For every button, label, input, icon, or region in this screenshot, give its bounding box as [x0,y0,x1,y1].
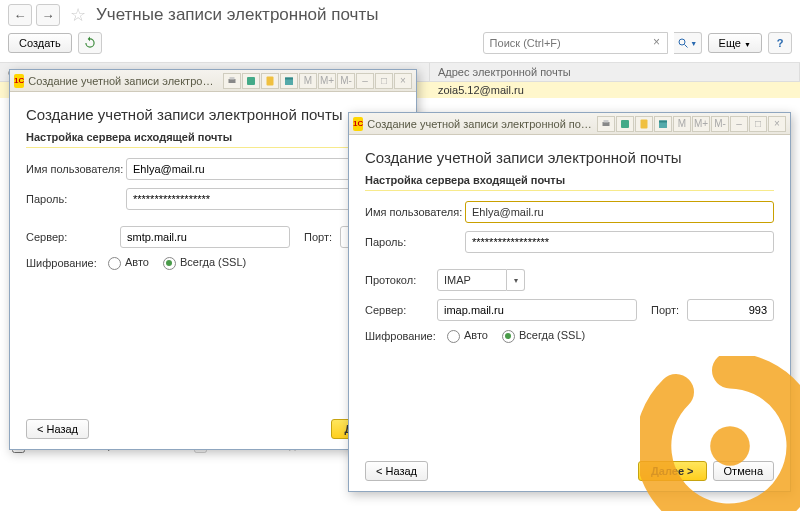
help-button[interactable]: ? [768,32,792,54]
minimize-icon[interactable]: – [730,116,748,132]
page-title: Учетные записи электронной почты [96,5,378,25]
dialog-titlebar[interactable]: 1C Создание учетной записи электронной п… [349,113,790,135]
server-field[interactable] [120,226,290,248]
dialog-titlebar[interactable]: 1C Создание учетной записи электронной п… [10,70,416,92]
username-label: Имя пользователя: [365,206,465,218]
favorite-star-icon[interactable]: ☆ [68,5,88,25]
nav-back-button[interactable]: ← [8,4,32,26]
more-button[interactable]: Еще ▼ [708,33,762,53]
mminus-button[interactable]: M- [711,116,729,132]
port-label: Порт: [651,304,679,316]
chevron-down-icon[interactable]: ▾ [507,269,525,291]
calc-icon[interactable] [635,116,653,132]
search-input[interactable] [483,32,668,54]
svg-rect-7 [285,77,293,79]
protocol-select[interactable]: IMAP ▾ [437,269,525,291]
calc-icon[interactable] [261,73,279,89]
maximize-icon[interactable]: □ [375,73,393,89]
server-label: Сервер: [365,304,437,316]
port-field[interactable] [687,299,774,321]
svg-rect-9 [604,120,609,123]
print-icon[interactable] [597,116,615,132]
username-label: Имя пользователя: [26,163,126,175]
svg-rect-5 [267,76,274,85]
refresh-button[interactable] [78,32,102,54]
dialog-heading: Создание учетной записи электронной почт… [26,106,400,123]
password-label: Пароль: [26,193,126,205]
dialog-subheading: Настройка сервера входящей почты [365,174,774,191]
svg-point-14 [710,426,750,466]
save-icon[interactable] [616,116,634,132]
close-icon[interactable]: × [768,116,786,132]
print-icon[interactable] [223,73,241,89]
app-logo-icon: 1C [14,74,24,88]
protocol-value: IMAP [437,269,507,291]
dialog-title: Создание учетной записи электронной поч.… [28,75,219,87]
cell-email: zoia5.12@mail.ru [430,82,532,98]
search-clear-icon[interactable]: × [650,35,664,49]
back-button[interactable]: < Назад [365,461,428,481]
calendar-icon[interactable] [280,73,298,89]
nav-forward-button[interactable]: → [36,4,60,26]
m-button[interactable]: M [673,116,691,132]
watermark-icon [640,356,800,511]
svg-rect-3 [230,77,235,80]
server-label: Сервер: [26,231,120,243]
search-box: × [483,32,668,54]
back-button[interactable]: < Назад [26,419,89,439]
toolbar: Создать × ▼ Еще ▼ ? [0,30,800,63]
main-header: ← → ☆ Учетные записи электронной почты [0,0,800,30]
enc-auto-radio[interactable]: Авто [447,329,488,343]
dialog-subheading: Настройка сервера исходящей почты [26,131,400,148]
encryption-label: Шифрование: [26,257,108,269]
mminus-button[interactable]: M- [337,73,355,89]
port-label: Порт: [304,231,332,243]
enc-auto-radio[interactable]: Авто [108,256,149,270]
mplus-button[interactable]: M+ [692,116,710,132]
svg-rect-11 [641,119,648,128]
enc-ssl-radio[interactable]: Всегда (SSL) [163,256,246,270]
username-field[interactable]: Ehlya@mail.ru [465,201,774,223]
calendar-icon[interactable] [654,116,672,132]
svg-line-1 [685,45,688,48]
app-logo-icon: 1C [353,117,363,131]
svg-rect-10 [621,120,629,128]
svg-rect-2 [229,79,236,83]
enc-ssl-radio[interactable]: Всегда (SSL) [502,329,585,343]
svg-rect-4 [247,77,255,85]
close-icon[interactable]: × [394,73,412,89]
server-field[interactable] [437,299,637,321]
dialog-title: Создание учетной записи электронной поч.… [367,118,593,130]
encryption-label: Шифрование: [365,330,447,342]
save-icon[interactable] [242,73,260,89]
mplus-button[interactable]: M+ [318,73,336,89]
maximize-icon[interactable]: □ [749,116,767,132]
dialog-heading: Создание учетной записи электронной почт… [365,149,774,166]
col-email-header[interactable]: Адрес электронной почты [430,63,800,81]
svg-point-0 [679,39,685,45]
password-label: Пароль: [365,236,465,248]
search-icon [677,37,689,49]
password-field[interactable] [465,231,774,253]
minimize-icon[interactable]: – [356,73,374,89]
create-button[interactable]: Создать [8,33,72,53]
refresh-icon [83,36,97,50]
m-button[interactable]: M [299,73,317,89]
protocol-label: Протокол: [365,274,437,286]
svg-rect-13 [659,120,667,122]
svg-rect-8 [603,122,610,126]
search-go-button[interactable]: ▼ [674,32,702,54]
